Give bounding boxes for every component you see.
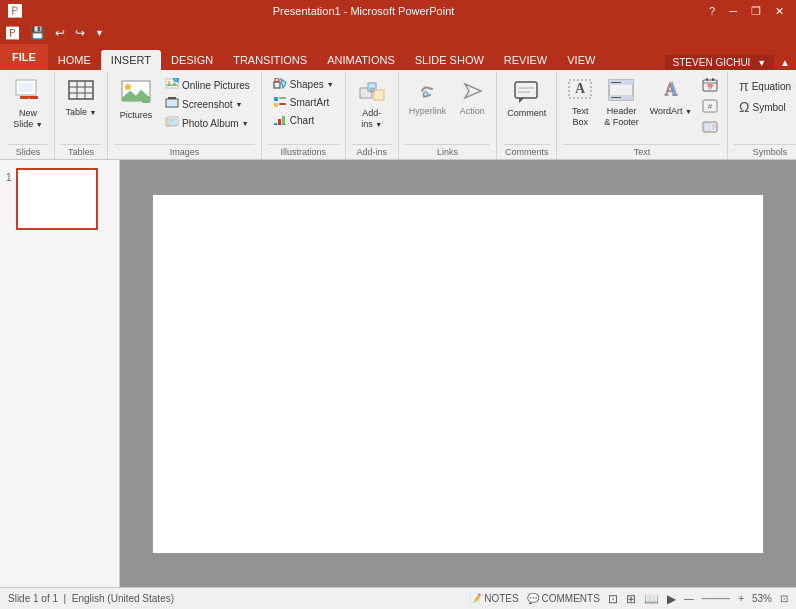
normal-view-button[interactable]: ⊡: [608, 592, 618, 606]
textbox-label: TextBox: [572, 106, 589, 128]
action-icon: [459, 80, 485, 104]
tab-animations[interactable]: ANIMATIONS: [317, 50, 405, 70]
action-button[interactable]: Action: [454, 74, 490, 119]
addins-label: Add-ins ▼: [361, 108, 382, 130]
qat-more-button[interactable]: ▼: [92, 27, 107, 39]
hyperlink-icon: [414, 80, 440, 104]
minimize-button[interactable]: ─: [725, 5, 741, 17]
shapes-arrow: ▼: [327, 81, 334, 88]
table-button[interactable]: Table ▼: [61, 74, 101, 120]
tab-view[interactable]: VIEW: [557, 50, 605, 70]
pictures-button[interactable]: Pictures: [114, 74, 158, 123]
header-footer-button[interactable]: Header& Footer: [600, 74, 643, 130]
addins-group-label: Add-ins: [352, 144, 392, 159]
svg-rect-12: [142, 96, 150, 103]
symbol-button[interactable]: Ω Symbol: [734, 97, 796, 117]
slide-canvas[interactable]: [152, 194, 764, 554]
photo-album-button[interactable]: Photo Album ▼: [160, 114, 255, 132]
svg-rect-4: [69, 81, 93, 99]
addins-button[interactable]: Add-ins ▼: [352, 74, 392, 132]
redo-qat-button[interactable]: ↪: [72, 25, 88, 41]
svg-marker-25: [281, 79, 286, 88]
help-button[interactable]: ?: [705, 5, 719, 17]
zoom-in-button[interactable]: +: [738, 593, 744, 604]
svg-text:#: #: [708, 102, 713, 111]
screenshot-button[interactable]: Screenshot ▼: [160, 95, 255, 113]
tab-home[interactable]: HOME: [48, 50, 101, 70]
zoom-slider[interactable]: ────: [702, 593, 730, 604]
svg-rect-30: [279, 103, 286, 105]
shapes-button[interactable]: Shapes ▼: [268, 76, 339, 93]
comment-button[interactable]: Comment: [503, 74, 550, 121]
date-time-button[interactable]: 📅: [699, 76, 721, 96]
notes-button[interactable]: 📝 NOTES: [469, 593, 518, 604]
chart-button[interactable]: Chart: [268, 112, 339, 129]
symbol-label: Symbol: [752, 102, 785, 113]
slide-number-button[interactable]: #: [699, 97, 721, 117]
hyperlink-button[interactable]: Hyperlink: [405, 74, 451, 119]
slides-group-label: Slides: [8, 144, 48, 159]
addins-group: Add-ins ▼ Add-ins: [348, 72, 399, 159]
file-tab[interactable]: FILE: [0, 44, 48, 70]
undo-qat-button[interactable]: ↩: [52, 25, 68, 41]
smartart-label: SmartArt: [290, 97, 329, 108]
ribbon-collapse-button[interactable]: ▲: [774, 55, 796, 70]
ribbon: + NewSlide ▼ Slides T: [0, 70, 796, 160]
table-label: Table ▼: [66, 107, 97, 118]
textbox-button[interactable]: A TextBox: [563, 74, 597, 130]
wordart-button[interactable]: A A WordArt ▼: [646, 74, 696, 119]
fit-slide-button[interactable]: ⊡: [780, 593, 788, 604]
tables-group: Table ▼ Tables: [57, 72, 108, 159]
svg-point-23: [170, 119, 172, 121]
user-area[interactable]: STEVEN GICHUI ▼: [665, 55, 775, 70]
slide-sorter-button[interactable]: ⊞: [626, 592, 636, 606]
ppt-logo-icon: 🅿: [6, 26, 19, 41]
svg-point-11: [125, 84, 131, 90]
screenshot-label: Screenshot: [182, 99, 233, 110]
illustrations-group-label: Illustrations: [268, 144, 339, 159]
smartart-button[interactable]: SmartArt: [268, 94, 339, 111]
svg-rect-28: [279, 97, 286, 99]
svg-rect-22: [169, 118, 177, 124]
title-bar-left: 🅿: [8, 3, 22, 19]
text-group-label: Text: [563, 144, 721, 159]
object-icon: [702, 120, 718, 136]
slide-panel: 1: [0, 160, 120, 587]
slide-number: 1: [6, 172, 12, 183]
reading-view-button[interactable]: 📖: [644, 592, 659, 606]
screenshot-icon: [165, 97, 179, 111]
equation-button[interactable]: π Equation ▼: [734, 76, 796, 96]
tab-slideshow[interactable]: SLIDE SHOW: [405, 50, 494, 70]
tab-insert[interactable]: INSERT: [101, 50, 161, 70]
slide-thumbnail[interactable]: [16, 168, 98, 230]
svg-rect-37: [374, 90, 384, 100]
tab-transitions[interactable]: TRANSITIONS: [223, 50, 317, 70]
restore-button[interactable]: ❐: [747, 5, 765, 18]
online-pictures-icon: 🔍: [165, 78, 179, 92]
object-button[interactable]: [699, 118, 721, 138]
svg-rect-1: [19, 83, 33, 92]
online-pictures-button[interactable]: 🔍 Online Pictures: [160, 76, 255, 94]
new-slide-label: NewSlide ▼: [13, 108, 42, 130]
ribbon-tabs: FILE HOME INSERT DESIGN TRANSITIONS ANIM…: [0, 44, 796, 70]
tab-review[interactable]: REVIEW: [494, 50, 557, 70]
photo-album-icon: [165, 116, 179, 130]
svg-text:A: A: [664, 79, 677, 99]
photo-album-label: Photo Album: [182, 118, 239, 129]
online-pictures-label: Online Pictures: [182, 80, 250, 91]
zoom-out-button[interactable]: —: [684, 593, 694, 604]
svg-text:🔍: 🔍: [174, 78, 179, 83]
images-group-label: Images: [114, 144, 255, 159]
save-qat-button[interactable]: 💾: [27, 25, 48, 41]
tab-design[interactable]: DESIGN: [161, 50, 223, 70]
new-slide-button[interactable]: + NewSlide ▼: [8, 74, 48, 132]
header-footer-icon: [607, 78, 635, 104]
slide-show-button[interactable]: ▶: [667, 592, 676, 606]
comment-icon: [513, 80, 541, 106]
svg-rect-38: [370, 88, 374, 92]
screenshot-arrow: ▼: [236, 101, 243, 108]
svg-marker-39: [465, 84, 481, 98]
comments-status-button[interactable]: 💬 COMMENTS: [527, 593, 600, 604]
close-button[interactable]: ✕: [771, 5, 788, 18]
images-group: Pictures 🔍 Online Pictures: [110, 72, 262, 159]
